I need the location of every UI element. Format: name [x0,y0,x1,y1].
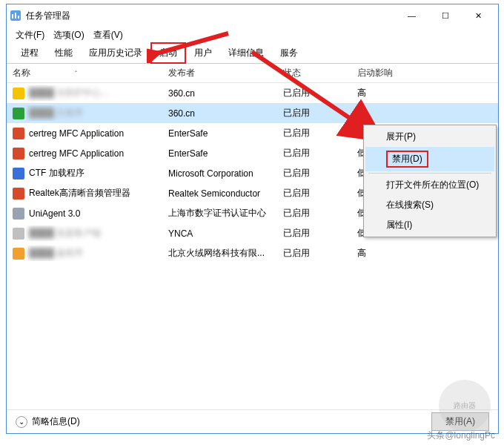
context-menu: 展开(P) 禁用(D) 打开文件所在的位置(O) 在线搜索(S) 属性(I) [363,125,497,237]
app-row-icon [13,148,24,159]
cell-publisher: Microsoft Corporation [162,167,277,180]
app-row-icon [13,228,24,240]
watermark-text: 头条@longlingPc [427,429,495,442]
window-title: 任务管理器 [26,10,395,22]
tab-processes[interactable]: 进程 [13,43,47,63]
cell-name-text: CTF 加载程序 [29,167,84,179]
cell-name-text: certreg MFC Application [29,148,124,159]
sort-indicator-icon: ˆ [75,70,77,77]
column-name[interactable]: 名称 ˆ [7,64,162,82]
chevron-down-icon[interactable]: ⌄ [16,416,27,428]
annotation-arrow-1 [147,26,236,63]
cell-name: CTF 加载程序 [7,165,162,181]
app-row-icon [13,208,24,220]
window-controls: — ☐ ✕ [395,5,495,26]
cell-status: 已启用 [277,225,351,241]
tab-history[interactable]: 应用历史记录 [81,43,150,63]
cell-name: ████ 盘程序 [7,245,162,261]
cell-publisher: 上海市数字证书认证中心 [162,205,277,221]
maximize-button[interactable]: ☐ [428,5,462,26]
cell-name: ████ 主程序 [7,105,162,121]
menu-item-open-location[interactable]: 打开文件所在的位置(O) [365,175,494,195]
app-row-icon [13,188,24,200]
cell-name-text: ████ 主程序 [29,107,83,119]
cell-name: Realtek高清晰音频管理器 [7,185,162,201]
cell-name-text: ████ 览器客户端 [29,227,101,240]
tab-performance[interactable]: 性能 [47,43,81,63]
app-icon [10,10,21,22]
app-row-icon [13,248,24,260]
cell-name-text: Realtek高清晰音频管理器 [29,187,130,200]
cell-publisher: Realtek Semiconductor [162,187,277,200]
svg-rect-1 [12,14,13,19]
cell-impact: 高 [351,245,498,261]
footer: ⌄ 简略信息(D) 禁用(A) [7,409,498,433]
cell-name-text: ████ 盘程序 [29,247,83,260]
svg-rect-3 [18,16,19,19]
cell-status: 已启用 [277,185,351,201]
cell-name-text: certreg MFC Application [29,128,124,139]
cell-name: UniAgent 3.0 [7,206,162,221]
cell-publisher: EnterSafe [162,147,277,160]
cell-name: certreg MFC Application [7,126,162,141]
minimize-button[interactable]: — [395,5,428,26]
app-row-icon [13,168,24,179]
menu-item-properties[interactable]: 属性(I) [365,215,494,235]
svg-rect-2 [15,13,16,19]
menu-options[interactable]: 选项(O) [50,27,87,43]
menu-view[interactable]: 查看(V) [90,27,126,43]
menu-item-expand[interactable]: 展开(P) [365,127,494,147]
cell-status: 已启用 [277,245,351,261]
cell-status: 已启用 [277,205,351,221]
cell-status: 已启用 [277,165,351,181]
menu-item-disable-label: 禁用(D) [386,151,428,168]
watermark-badge: 路由器 [439,380,491,432]
cell-name-text: UniAgent 3.0 [29,208,80,219]
cell-publisher: YNCA [162,227,277,240]
cell-name: certreg MFC Application [7,146,162,161]
brief-info-link[interactable]: 简略信息(D) [32,415,80,428]
titlebar[interactable]: 任务管理器 — ☐ ✕ [7,4,498,27]
cell-name: ████ 全防护中心... [7,85,162,101]
cell-name: ████ 览器客户端 [7,225,162,241]
cell-name-text: ████ 全防护中心... [29,87,108,99]
menu-separator [368,173,491,174]
close-button[interactable]: ✕ [462,5,495,26]
app-row-icon [13,88,24,99]
table-row[interactable]: ████ 盘程序北京火绒网络科技有限...已启用高 [7,243,498,263]
menubar: 文件(F) 选项(O) 查看(V) [7,27,498,43]
menu-item-search-online[interactable]: 在线搜索(S) [365,195,494,215]
cell-publisher: 北京火绒网络科技有限... [162,245,277,261]
column-name-label: 名称 [13,67,30,79]
app-row-icon [13,108,24,119]
app-row-icon [13,128,24,139]
menu-file[interactable]: 文件(F) [13,27,47,43]
menu-item-disable[interactable]: 禁用(D) [365,147,494,171]
